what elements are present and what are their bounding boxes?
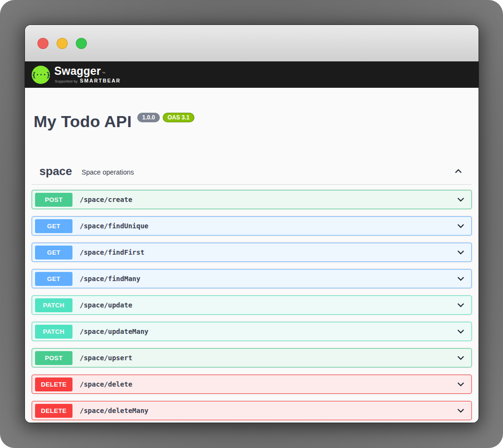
trademark-symbol: ™ — [102, 71, 105, 75]
section-title: space — [39, 165, 72, 178]
operation-row[interactable]: GET /space/findMany — [32, 269, 472, 288]
version-badge: 1.0.0 — [137, 113, 160, 122]
window-titlebar[interactable] — [25, 25, 479, 61]
operation-path: /space/deleteMany — [80, 407, 148, 414]
api-info-header: My Todo API 1.0.0 OAS 3.1 — [34, 112, 472, 131]
operation-path: /space/delete — [80, 380, 132, 388]
operation-row[interactable]: PATCH /space/updateMany — [32, 322, 472, 341]
swagger-topbar: {···} Swagger ™ Supported by SMARTBEAR — [25, 61, 479, 88]
method-badge: POST — [35, 351, 72, 365]
method-badge: GET — [35, 246, 72, 259]
supported-by-label: Supported by — [55, 80, 78, 83]
operations-list: POST /space/create GET /space/findUnique — [32, 190, 472, 420]
operation-row[interactable]: GET /space/findFirst — [32, 243, 472, 262]
swagger-brand: Swagger ™ Supported by SMARTBEAR — [54, 66, 121, 83]
operation-path: /space/updateMany — [80, 328, 148, 335]
api-docs-content: My Todo API 1.0.0 OAS 3.1 space Space op… — [25, 88, 479, 423]
method-badge: GET — [35, 219, 72, 233]
operation-row[interactable]: DELETE /space/delete — [32, 375, 472, 394]
chevron-down-icon[interactable] — [456, 406, 466, 415]
chevron-down-icon[interactable] — [456, 353, 466, 363]
method-badge: GET — [35, 272, 72, 286]
operation-row[interactable]: POST /space/upsert — [32, 348, 472, 367]
curly-braces-icon: {···} — [32, 71, 49, 79]
chevron-down-icon[interactable] — [456, 248, 466, 257]
app-window: {···} Swagger ™ Supported by SMARTBEAR M… — [25, 25, 479, 423]
screenshot-canvas: {···} Swagger ™ Supported by SMARTBEAR M… — [0, 0, 503, 448]
page-title: My Todo API — [34, 112, 132, 131]
method-badge: DELETE — [35, 404, 72, 418]
operation-path: /space/findUnique — [80, 222, 148, 230]
chevron-down-icon[interactable] — [456, 300, 466, 310]
operation-path: /space/create — [80, 196, 132, 203]
oas-badge: OAS 3.1 — [163, 113, 194, 122]
operation-row[interactable]: GET /space/findUnique — [32, 216, 472, 236]
close-window-button[interactable] — [37, 38, 48, 49]
swagger-logo-icon: {···} — [32, 66, 50, 84]
chevron-down-icon[interactable] — [456, 379, 466, 389]
minimize-window-button[interactable] — [57, 38, 68, 49]
method-badge: PATCH — [35, 325, 72, 339]
operation-row[interactable]: DELETE /space/deleteMany — [32, 401, 472, 420]
version-badges: 1.0.0 OAS 3.1 — [137, 113, 197, 122]
method-badge: DELETE — [35, 377, 72, 391]
chevron-up-icon[interactable] — [454, 166, 463, 176]
tag-section-space[interactable]: space Space operations — [32, 165, 472, 185]
chevron-down-icon[interactable] — [456, 221, 466, 231]
method-badge: POST — [35, 193, 72, 207]
operation-path: /space/findMany — [80, 275, 140, 283]
section-description: Space operations — [82, 168, 134, 176]
operation-row[interactable]: PATCH /space/update — [32, 295, 472, 315]
operation-row[interactable]: POST /space/create — [32, 190, 472, 209]
operation-path: /space/upsert — [80, 354, 132, 362]
operation-path: /space/update — [80, 301, 132, 309]
operation-path: /space/findFirst — [80, 248, 144, 256]
zoom-window-button[interactable] — [76, 38, 87, 49]
brand-name: Swagger — [54, 66, 101, 77]
sponsor-name: SMARTBEAR — [80, 78, 121, 83]
chevron-down-icon[interactable] — [456, 274, 466, 283]
method-badge: PATCH — [35, 298, 72, 312]
chevron-down-icon[interactable] — [456, 195, 466, 204]
chevron-down-icon[interactable] — [456, 327, 466, 336]
